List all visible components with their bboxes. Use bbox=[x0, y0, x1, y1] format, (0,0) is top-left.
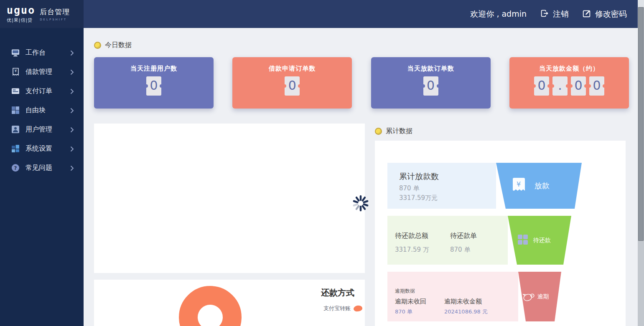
flip-digit: 0 bbox=[534, 76, 549, 96]
stat-card-title: 借款申请订单数 bbox=[232, 57, 352, 73]
stat-value: 20241086.98 元 bbox=[444, 308, 488, 316]
legend-item-alipay[interactable]: 支付宝转账 bbox=[323, 305, 362, 312]
chevron-right-icon bbox=[70, 50, 74, 58]
flip-digit: 0 bbox=[423, 76, 438, 96]
logo-tagline: 优|果|信|贷 bbox=[7, 17, 35, 23]
flip-digit-decimal-point: . bbox=[552, 76, 568, 96]
legend-label: 支付宝转账 bbox=[323, 305, 351, 312]
sidebar-item-system-settings[interactable]: 系统设置 bbox=[0, 139, 84, 158]
svg-text:¥: ¥ bbox=[517, 180, 521, 188]
row-title: 累计放款数 bbox=[399, 171, 439, 182]
today-stat-cards: 当天注册用户数 0 借款申请订单数 0 当天放款订单数 0 当天放款金额（约） … bbox=[94, 57, 629, 109]
sidebar-menu: 工作台 ¥ 借款管理 支付订单 bbox=[0, 43, 84, 177]
sidebar-item-loan-management[interactable]: ¥ 借款管理 bbox=[0, 62, 84, 81]
brand-logo: uguo 优|果|信|贷 后台管理 DELPSHIFT bbox=[0, 0, 84, 28]
stat-overdue-amount: 逾期未收金额 20241086.98 元 bbox=[444, 298, 488, 316]
sidebar-item-label: 工作台 bbox=[25, 48, 46, 57]
logo-text: uguo bbox=[7, 5, 35, 15]
stat-pending-count: 待还款单 870 单 bbox=[450, 232, 477, 254]
logout-button[interactable]: 注销 bbox=[540, 9, 569, 20]
funnel-label: 放款 bbox=[535, 181, 550, 191]
svg-text:?: ? bbox=[14, 165, 17, 171]
sidebar-item-label: 支付订单 bbox=[25, 87, 52, 96]
logout-icon bbox=[540, 9, 549, 20]
change-password-button[interactable]: 修改密码 bbox=[582, 9, 627, 20]
coin-icon bbox=[375, 128, 382, 135]
logout-label: 注销 bbox=[553, 9, 569, 20]
scrollbar-thumb[interactable] bbox=[638, 7, 644, 241]
product-name: 后台管理 bbox=[40, 7, 70, 17]
loading-spinner-icon bbox=[351, 194, 370, 214]
page-scrollbar[interactable] bbox=[638, 0, 644, 326]
flip-digit: 0 bbox=[146, 76, 161, 96]
receipt-yuan-icon: ¥ bbox=[11, 68, 20, 76]
blocks-grid-icon bbox=[11, 106, 20, 114]
repayment-donut-chart bbox=[179, 286, 242, 326]
stat-value: 870 单 bbox=[395, 308, 426, 316]
pig-icon bbox=[521, 290, 536, 303]
edit-icon bbox=[582, 9, 591, 20]
settings-grid-icon bbox=[11, 144, 20, 153]
row-subtitle: 逾期数据 bbox=[395, 288, 415, 295]
chevron-right-icon bbox=[70, 146, 74, 154]
chevron-right-icon bbox=[70, 107, 74, 115]
product-subtitle: DELPSHIFT bbox=[40, 18, 70, 21]
stat-card-disbursed-orders: 当天放款订单数 0 bbox=[371, 57, 491, 109]
flip-counter: 0 bbox=[371, 76, 491, 96]
chevron-right-icon bbox=[70, 165, 74, 173]
flip-counter: 0 bbox=[94, 76, 214, 96]
sidebar-item-label: 用户管理 bbox=[25, 125, 52, 134]
flip-counter: 0 bbox=[232, 76, 352, 96]
admin-dashboard: uguo 优|果|信|贷 后台管理 DELPSHIFT 工作台 ¥ bbox=[0, 0, 644, 326]
stat-label: 待还款总额 bbox=[395, 232, 429, 240]
stat-pending-amount: 待还款总额 3317.59 万 bbox=[395, 232, 429, 254]
repayment-chart-title: 还款方式 bbox=[321, 287, 354, 298]
logo-wordmark: uguo 优|果|信|贷 bbox=[7, 5, 35, 23]
section-title: 累计数据 bbox=[386, 127, 412, 136]
user-icon bbox=[11, 125, 20, 134]
sidebar-item-free-blocks[interactable]: 自由块 bbox=[0, 101, 84, 120]
cumulative-section-header: 累计数据 bbox=[375, 127, 412, 136]
funnel-stage-pending: 待还款 bbox=[508, 216, 571, 265]
sidebar-item-label: 常见问题 bbox=[25, 164, 52, 172]
chevron-right-icon bbox=[70, 69, 74, 77]
flip-digit: 0 bbox=[285, 76, 300, 96]
row-info-pending: 待还款总额 3317.59 万 待还款单 870 单 bbox=[387, 216, 508, 265]
funnel-label: 待还款 bbox=[533, 237, 551, 244]
sidebar-item-label: 自由块 bbox=[25, 106, 46, 115]
sidebar-item-label: 借款管理 bbox=[25, 68, 52, 76]
flip-counter: 0 . 0 0 bbox=[509, 76, 629, 96]
flip-digit: 0 bbox=[571, 76, 586, 96]
order-list-icon bbox=[11, 87, 20, 95]
stat-card-registered-users: 当天注册用户数 0 bbox=[94, 57, 214, 109]
topbar: 欢迎你 , admin 注销 修改密码 bbox=[84, 0, 638, 28]
today-section-header: 今日数据 bbox=[94, 41, 132, 50]
stat-overdue-count: 逾期未收回 870 单 bbox=[395, 298, 426, 316]
product-title: 后台管理 DELPSHIFT bbox=[40, 7, 70, 21]
sidebar-item-faq[interactable]: ? 常见问题 bbox=[0, 158, 84, 177]
grid-icon bbox=[517, 234, 528, 246]
funnel-stage-overdue: 逾期 bbox=[518, 272, 561, 321]
cumulative-data-panel: 累计放款数 870 单 3317.59万元 ¥ 放款 待还款总额 3317.59… bbox=[375, 141, 626, 326]
scrollbar-up-arrow[interactable] bbox=[638, 0, 644, 7]
sidebar-item-user-management[interactable]: 用户管理 bbox=[0, 120, 84, 139]
sidebar-item-workbench[interactable]: 工作台 bbox=[0, 43, 84, 62]
funnel-row-pending: 待还款总额 3317.59 万 待还款单 870 单 待还款 bbox=[387, 216, 615, 265]
chart-panel-loading bbox=[94, 124, 365, 273]
stat-value: 870 单 bbox=[450, 246, 477, 254]
row-info-disbursed: 累计放款数 870 单 3317.59万元 bbox=[387, 163, 496, 209]
receipt-yuan-icon: ¥ bbox=[512, 177, 525, 195]
stat-card-title: 当天放款订单数 bbox=[371, 57, 491, 73]
row-amount: 3317.59万元 bbox=[399, 194, 438, 202]
stat-label: 逾期未收金额 bbox=[444, 298, 488, 306]
welcome-text: 欢迎你 , admin bbox=[470, 9, 527, 20]
stat-value: 3317.59 万 bbox=[395, 246, 429, 254]
stat-card-loan-applications: 借款申请订单数 0 bbox=[232, 57, 352, 109]
sidebar-item-payment-orders[interactable]: 支付订单 bbox=[0, 81, 84, 101]
section-title: 今日数据 bbox=[105, 41, 132, 50]
stat-card-disbursed-amount: 当天放款金额（约） 0 . 0 0 bbox=[509, 57, 629, 109]
stat-card-title: 当天放款金额（约） bbox=[509, 57, 629, 73]
stat-label: 逾期未收回 bbox=[395, 298, 426, 306]
funnel-label: 逾期 bbox=[537, 293, 549, 301]
row-info-overdue: 逾期数据 逾期未收回 870 单 逾期未收金额 20241086.98 元 bbox=[387, 272, 518, 321]
